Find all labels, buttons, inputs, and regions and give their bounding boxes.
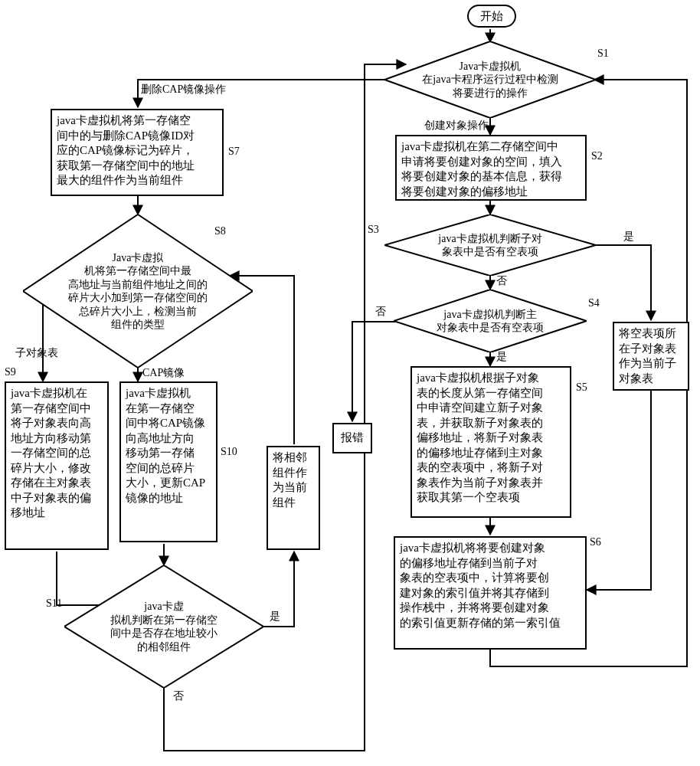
s2-process: java卡虚拟机在第二存储空间中申请将要创建对象的空间，填入将要创建对象的基本信… xyxy=(395,135,587,201)
s9-process: java卡虚拟机在第一存储空间中将子对象表向高地址方向移动第一存储空间的总碎片大… xyxy=(5,381,109,550)
s10-step-label: S10 xyxy=(221,446,237,458)
s3-no: 否 xyxy=(496,274,507,288)
s9-step-label: S9 xyxy=(5,366,16,378)
s11-yes: 是 xyxy=(270,610,280,624)
s8-step-label: S8 xyxy=(214,225,226,237)
s10-text: java卡虚拟机在第一存储空间中将CAP镜像向高地址方向移动第一存储空间的总碎片… xyxy=(126,387,205,504)
flowchart-canvas: 开始 Java卡虚拟机在java卡程序运行过程中检测将要进行的操作 S1 创建对… xyxy=(0,0,700,766)
s11-decision: java卡虚拟机判断在第一存储空间中是否存在地址较小的相邻组件 xyxy=(64,565,263,688)
s6-step-label: S6 xyxy=(590,536,601,548)
s3-decision: java卡虚拟机判断子对象表中是否有空表项 xyxy=(384,214,596,276)
adj-box: 将相邻组件作为当前组件 xyxy=(267,446,320,550)
s7-process: java卡虚拟机将第一存储空间中的与删除CAP镜像ID对应的CAP镜像标记为碎片… xyxy=(51,109,224,196)
s5-process: java卡虚拟机根据子对象表的长度从第一存储空间中申请空间建立新子对象表，并获取… xyxy=(411,366,571,518)
error-box: 报错 xyxy=(332,423,372,453)
s11-no: 否 xyxy=(173,689,184,703)
s6-process: java卡虚拟机将将要创建对象的偏移地址存储到当前子对象表的空表项中，计算将要创… xyxy=(394,536,587,650)
s2-step-label: S2 xyxy=(591,150,603,162)
s10-process: java卡虚拟机在第一存储空间中将CAP镜像向高地址方向移动第一存储空间的总碎片… xyxy=(119,381,218,542)
s4-decision: java卡虚拟机判断主对象表中是否有空表项 xyxy=(394,290,587,352)
error-text: 报错 xyxy=(341,430,364,446)
s5-step-label: S5 xyxy=(576,381,587,394)
adj-text: 将相邻组件作为当前组件 xyxy=(273,451,307,509)
s1-step-label: S1 xyxy=(597,47,609,60)
side-box-text: 将空表项所在子对象表作为当前子对象表 xyxy=(619,327,676,385)
side-sub-table-box: 将空表项所在子对象表作为当前子对象表 xyxy=(613,322,689,391)
s3-step-label: S3 xyxy=(368,224,379,236)
s8-text: Java卡虚拟机将第一存储空间中最高地址与当前组件地址之间的碎片大小加到第一存储… xyxy=(23,214,253,368)
s2-text: java卡虚拟机在第二存储空间中申请将要创建对象的空间，填入将要创建对象的基本信… xyxy=(401,140,562,198)
s4-yes: 是 xyxy=(496,350,507,364)
start-label: 开始 xyxy=(480,9,503,24)
s5-text: java卡虚拟机根据子对象表的长度从第一存储空间中申请空间建立新子对象表，并获取… xyxy=(417,372,543,503)
create-branch-label: 创建对象操作 xyxy=(424,119,489,133)
s11-text: java卡虚拟机判断在第一存储空间中是否存在地址较小的相邻组件 xyxy=(64,565,263,688)
s4-no: 否 xyxy=(375,305,386,319)
s7-step-label: S7 xyxy=(228,146,240,158)
s11-step-label: S11 xyxy=(46,597,62,610)
s6-text: java卡虚拟机将将要创建对象的偏移地址存储到当前子对象表的空表项中，计算将要创… xyxy=(400,542,561,629)
start-terminator: 开始 xyxy=(467,5,516,28)
s3-yes: 是 xyxy=(623,230,634,244)
s7-text: java卡虚拟机将第一存储空间中的与删除CAP镜像ID对应的CAP镜像标记为碎片… xyxy=(57,114,195,186)
s3-text: java卡虚拟机判断子对象表中是否有空表项 xyxy=(384,214,596,276)
s8-decision: Java卡虚拟机将第一存储空间中最高地址与当前组件地址之间的碎片大小加到第一存储… xyxy=(23,214,253,368)
s1-decision: Java卡虚拟机在java卡程序运行过程中检测将要进行的操作 xyxy=(384,41,596,118)
s8-left-label: 子对象表 xyxy=(15,346,58,360)
s9-text: java卡虚拟机在第一存储空间中将子对象表向高地址方向移动第一存储空间的总碎片大… xyxy=(11,387,91,519)
delete-branch-label: 删除CAP镜像操作 xyxy=(141,83,226,97)
s8-down-label: CAP镜像 xyxy=(142,366,185,380)
s4-step-label: S4 xyxy=(588,297,600,309)
s4-text: java卡虚拟机判断主对象表中是否有空表项 xyxy=(394,290,587,352)
s1-text: Java卡虚拟机在java卡程序运行过程中检测将要进行的操作 xyxy=(384,41,596,118)
